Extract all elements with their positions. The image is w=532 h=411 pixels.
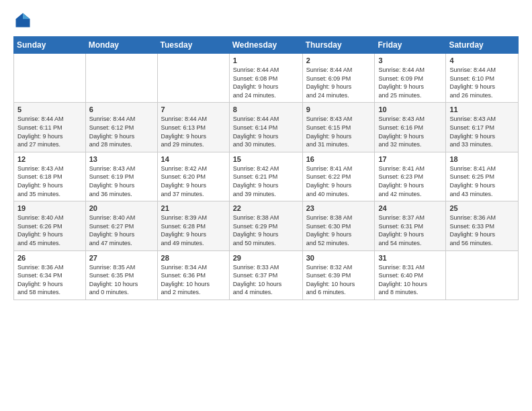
weekday-header-row: SundayMondayTuesdayWednesdayThursdayFrid… <box>14 37 519 54</box>
weekday-header-saturday: Saturday <box>446 37 519 54</box>
day-number: 24 <box>378 204 442 212</box>
day-number: 4 <box>449 56 515 64</box>
day-info: Sunrise: 8:41 AM Sunset: 6:25 PM Dayligh… <box>449 165 515 198</box>
calendar-cell: 14Sunrise: 8:42 AM Sunset: 6:20 PM Dayli… <box>157 152 229 201</box>
day-number: 1 <box>233 56 299 64</box>
day-info: Sunrise: 8:38 AM Sunset: 6:29 PM Dayligh… <box>233 214 299 247</box>
day-number: 26 <box>17 254 82 262</box>
day-info: Sunrise: 8:42 AM Sunset: 6:21 PM Dayligh… <box>233 165 299 198</box>
calendar-cell: 17Sunrise: 8:41 AM Sunset: 6:23 PM Dayli… <box>375 152 446 201</box>
calendar-cell: 2Sunrise: 8:44 AM Sunset: 6:09 PM Daylig… <box>302 54 375 103</box>
calendar-cell: 3Sunrise: 8:44 AM Sunset: 6:09 PM Daylig… <box>375 54 446 103</box>
day-number: 12 <box>17 155 82 163</box>
day-info: Sunrise: 8:44 AM Sunset: 6:08 PM Dayligh… <box>233 66 299 99</box>
day-info: Sunrise: 8:35 AM Sunset: 6:35 PM Dayligh… <box>89 263 154 297</box>
calendar-cell <box>85 54 157 103</box>
calendar: SundayMondayTuesdayWednesdayThursdayFrid… <box>13 36 519 300</box>
calendar-cell: 25Sunrise: 8:36 AM Sunset: 6:33 PM Dayli… <box>446 201 519 250</box>
weekday-header-friday: Friday <box>375 37 446 54</box>
weekday-header-monday: Monday <box>85 37 157 54</box>
weekday-header-wednesday: Wednesday <box>229 37 302 54</box>
calendar-cell: 5Sunrise: 8:44 AM Sunset: 6:11 PM Daylig… <box>14 103 86 152</box>
day-info: Sunrise: 8:38 AM Sunset: 6:30 PM Dayligh… <box>306 214 371 247</box>
calendar-cell: 20Sunrise: 8:40 AM Sunset: 6:27 PM Dayli… <box>85 201 157 250</box>
day-info: Sunrise: 8:43 AM Sunset: 6:17 PM Dayligh… <box>449 115 515 148</box>
day-number: 20 <box>89 204 154 212</box>
calendar-cell: 31Sunrise: 8:31 AM Sunset: 6:40 PM Dayli… <box>375 250 446 300</box>
day-info: Sunrise: 8:36 AM Sunset: 6:34 PM Dayligh… <box>17 263 82 297</box>
day-number: 30 <box>306 254 371 262</box>
calendar-cell: 28Sunrise: 8:34 AM Sunset: 6:36 PM Dayli… <box>157 250 229 300</box>
day-number: 21 <box>161 204 226 212</box>
day-info: Sunrise: 8:43 AM Sunset: 6:16 PM Dayligh… <box>378 115 442 148</box>
day-number: 11 <box>449 105 515 113</box>
svg-marker-1 <box>23 13 30 19</box>
calendar-cell: 8Sunrise: 8:44 AM Sunset: 6:14 PM Daylig… <box>229 103 302 152</box>
day-number: 16 <box>306 155 371 163</box>
day-number: 18 <box>449 155 515 163</box>
calendar-cell: 29Sunrise: 8:33 AM Sunset: 6:37 PM Dayli… <box>229 250 302 300</box>
day-number: 22 <box>233 204 299 212</box>
day-info: Sunrise: 8:44 AM Sunset: 6:10 PM Dayligh… <box>449 66 515 99</box>
calendar-cell: 1Sunrise: 8:44 AM Sunset: 6:08 PM Daylig… <box>229 54 302 103</box>
calendar-week-2: 5Sunrise: 8:44 AM Sunset: 6:11 PM Daylig… <box>14 103 519 152</box>
weekday-header-tuesday: Tuesday <box>157 37 229 54</box>
day-number: 10 <box>378 105 442 113</box>
day-info: Sunrise: 8:44 AM Sunset: 6:14 PM Dayligh… <box>233 115 299 148</box>
calendar-cell: 30Sunrise: 8:32 AM Sunset: 6:39 PM Dayli… <box>302 250 375 300</box>
day-number: 13 <box>89 155 154 163</box>
calendar-cell <box>157 54 229 103</box>
day-info: Sunrise: 8:34 AM Sunset: 6:36 PM Dayligh… <box>161 263 226 297</box>
logo-icon <box>13 11 32 30</box>
calendar-cell: 26Sunrise: 8:36 AM Sunset: 6:34 PM Dayli… <box>14 250 86 300</box>
day-number: 27 <box>89 254 154 262</box>
calendar-cell: 19Sunrise: 8:40 AM Sunset: 6:26 PM Dayli… <box>14 201 86 250</box>
day-info: Sunrise: 8:43 AM Sunset: 6:18 PM Dayligh… <box>17 165 82 198</box>
day-info: Sunrise: 8:41 AM Sunset: 6:22 PM Dayligh… <box>306 165 371 198</box>
day-info: Sunrise: 8:44 AM Sunset: 6:12 PM Dayligh… <box>89 115 154 148</box>
weekday-header-thursday: Thursday <box>302 37 375 54</box>
day-info: Sunrise: 8:33 AM Sunset: 6:37 PM Dayligh… <box>233 263 299 297</box>
day-number: 6 <box>89 105 154 113</box>
day-info: Sunrise: 8:42 AM Sunset: 6:20 PM Dayligh… <box>161 165 226 198</box>
calendar-cell: 4Sunrise: 8:44 AM Sunset: 6:10 PM Daylig… <box>446 54 519 103</box>
calendar-cell: 10Sunrise: 8:43 AM Sunset: 6:16 PM Dayli… <box>375 103 446 152</box>
day-info: Sunrise: 8:31 AM Sunset: 6:40 PM Dayligh… <box>378 263 442 297</box>
calendar-week-5: 26Sunrise: 8:36 AM Sunset: 6:34 PM Dayli… <box>14 250 519 300</box>
calendar-cell: 24Sunrise: 8:37 AM Sunset: 6:31 PM Dayli… <box>375 201 446 250</box>
calendar-cell <box>14 54 86 103</box>
day-info: Sunrise: 8:41 AM Sunset: 6:23 PM Dayligh… <box>378 165 442 198</box>
day-number: 5 <box>17 105 82 113</box>
calendar-cell: 12Sunrise: 8:43 AM Sunset: 6:18 PM Dayli… <box>14 152 86 201</box>
calendar-cell: 11Sunrise: 8:43 AM Sunset: 6:17 PM Dayli… <box>446 103 519 152</box>
day-info: Sunrise: 8:36 AM Sunset: 6:33 PM Dayligh… <box>449 214 515 247</box>
day-number: 2 <box>306 56 371 64</box>
day-number: 25 <box>449 204 515 212</box>
day-info: Sunrise: 8:43 AM Sunset: 6:19 PM Dayligh… <box>89 165 154 198</box>
calendar-cell: 22Sunrise: 8:38 AM Sunset: 6:29 PM Dayli… <box>229 201 302 250</box>
day-number: 9 <box>306 105 371 113</box>
day-number: 28 <box>161 254 226 262</box>
day-number: 23 <box>306 204 371 212</box>
day-number: 8 <box>233 105 299 113</box>
day-info: Sunrise: 8:40 AM Sunset: 6:26 PM Dayligh… <box>17 214 82 247</box>
page: SundayMondayTuesdayWednesdayThursdayFrid… <box>0 0 532 411</box>
day-info: Sunrise: 8:44 AM Sunset: 6:09 PM Dayligh… <box>306 66 371 99</box>
calendar-cell: 18Sunrise: 8:41 AM Sunset: 6:25 PM Dayli… <box>446 152 519 201</box>
day-info: Sunrise: 8:37 AM Sunset: 6:31 PM Dayligh… <box>378 214 442 247</box>
day-number: 17 <box>378 155 442 163</box>
calendar-cell: 16Sunrise: 8:41 AM Sunset: 6:22 PM Dayli… <box>302 152 375 201</box>
day-info: Sunrise: 8:44 AM Sunset: 6:13 PM Dayligh… <box>161 115 226 148</box>
calendar-cell: 9Sunrise: 8:43 AM Sunset: 6:15 PM Daylig… <box>302 103 375 152</box>
logo <box>13 11 35 30</box>
calendar-week-4: 19Sunrise: 8:40 AM Sunset: 6:26 PM Dayli… <box>14 201 519 250</box>
calendar-week-3: 12Sunrise: 8:43 AM Sunset: 6:18 PM Dayli… <box>14 152 519 201</box>
day-info: Sunrise: 8:43 AM Sunset: 6:15 PM Dayligh… <box>306 115 371 148</box>
day-info: Sunrise: 8:39 AM Sunset: 6:28 PM Dayligh… <box>161 214 226 247</box>
day-number: 14 <box>161 155 226 163</box>
day-info: Sunrise: 8:32 AM Sunset: 6:39 PM Dayligh… <box>306 263 371 297</box>
calendar-cell: 23Sunrise: 8:38 AM Sunset: 6:30 PM Dayli… <box>302 201 375 250</box>
day-number: 3 <box>378 56 442 64</box>
calendar-cell: 27Sunrise: 8:35 AM Sunset: 6:35 PM Dayli… <box>85 250 157 300</box>
calendar-cell: 13Sunrise: 8:43 AM Sunset: 6:19 PM Dayli… <box>85 152 157 201</box>
